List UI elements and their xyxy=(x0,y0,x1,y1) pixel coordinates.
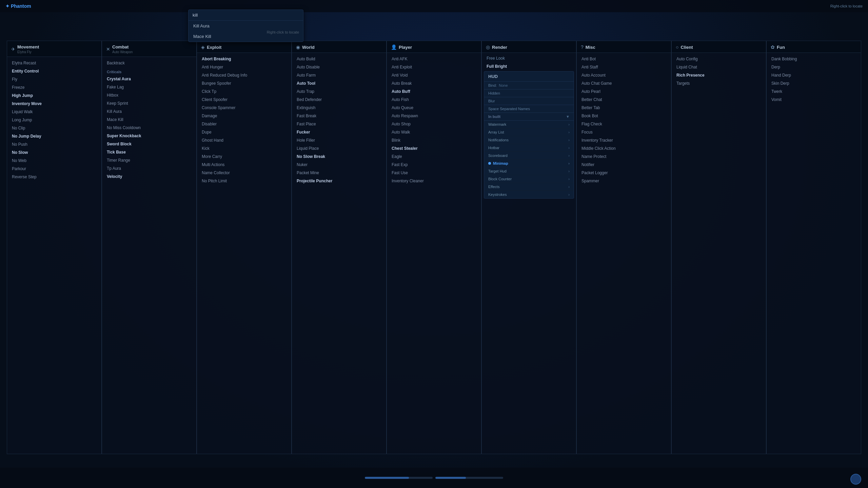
list-item[interactable]: Auto Farm xyxy=(292,71,386,79)
list-item[interactable]: Packet Logger xyxy=(577,169,671,177)
list-item[interactable]: Abort Breaking xyxy=(197,55,291,63)
list-item[interactable]: Auto Shop xyxy=(387,120,481,128)
list-item[interactable]: Twerk xyxy=(767,87,861,96)
list-item[interactable]: No Pitch Limit xyxy=(197,177,291,185)
list-item[interactable]: Rich Presence xyxy=(672,71,766,79)
list-item[interactable]: Anti Bot xyxy=(577,55,671,63)
search-result-kill-aura[interactable]: Kill Aura xyxy=(189,21,303,31)
hud-item-array-list[interactable]: Array List› xyxy=(484,128,574,136)
list-item[interactable]: Hand Derp xyxy=(767,71,861,79)
hud-space-separated[interactable]: Space Separated Names xyxy=(484,105,574,113)
list-item[interactable]: Bed Defender xyxy=(292,96,386,104)
list-item[interactable]: Anti Hunger xyxy=(197,63,291,71)
list-item[interactable]: Name Protect xyxy=(577,152,671,161)
list-item[interactable]: Elytra Recast xyxy=(7,59,101,67)
hud-in-built[interactable]: In built ▼ xyxy=(484,113,574,121)
list-item[interactable]: Bungee Spoofer xyxy=(197,79,291,87)
list-item[interactable]: Crystal Aura xyxy=(102,75,196,83)
list-item[interactable]: Fast Use xyxy=(387,169,481,177)
list-item[interactable]: Mace Kill xyxy=(102,116,196,124)
list-item[interactable]: Name Collector xyxy=(197,169,291,177)
list-item[interactable]: Auto Account xyxy=(577,71,671,79)
list-item[interactable]: Blink xyxy=(387,136,481,144)
list-item[interactable]: No Clip xyxy=(7,124,101,132)
list-item[interactable]: Nuker xyxy=(292,161,386,169)
list-item[interactable]: Skin Derp xyxy=(767,79,861,87)
list-item[interactable]: Anti Reduced Debug Info xyxy=(197,71,291,79)
list-item[interactable]: Super Knockback xyxy=(102,132,196,140)
list-item[interactable]: Notifier xyxy=(577,161,671,169)
list-item[interactable]: High Jump xyxy=(7,92,101,100)
list-item[interactable]: Sword Block xyxy=(102,140,196,148)
list-item[interactable]: No Miss Cooldown xyxy=(102,124,196,132)
hud-item-hotbar[interactable]: Hotbar› xyxy=(484,144,574,152)
list-item[interactable]: Derp xyxy=(767,63,861,71)
list-item[interactable]: Auto Chat Game xyxy=(577,79,671,87)
list-item[interactable]: Kill Aura xyxy=(102,107,196,116)
list-item[interactable]: Fast Place xyxy=(292,120,386,128)
hud-item-minimap[interactable]: Minimap › xyxy=(484,160,574,167)
list-item[interactable]: No Slow xyxy=(7,148,101,157)
list-item[interactable]: Entity Control xyxy=(7,67,101,75)
list-item[interactable]: Dupe xyxy=(197,128,291,136)
list-item[interactable]: Tick Base xyxy=(102,148,196,156)
hud-item-notifications[interactable]: Notifications› xyxy=(484,136,574,144)
hud-item-scoreboard[interactable]: Scoreboard› xyxy=(484,152,574,160)
list-item[interactable]: Liquid Chat xyxy=(672,63,766,71)
list-item[interactable]: Parkour xyxy=(7,165,101,173)
list-item[interactable]: Anti Exploit xyxy=(387,63,481,71)
hud-blur[interactable]: Blur xyxy=(484,97,574,105)
list-item[interactable]: Inventory Move xyxy=(7,100,101,108)
list-item[interactable]: Client Spoofer xyxy=(197,96,291,104)
list-item[interactable]: More Carry xyxy=(197,152,291,161)
list-item[interactable]: Book Bot xyxy=(577,112,671,120)
list-item[interactable]: Damage xyxy=(197,112,291,120)
list-item[interactable]: Chest Stealer xyxy=(387,144,481,152)
list-item[interactable]: Velocity xyxy=(102,172,196,181)
list-item[interactable]: Keep Sprint xyxy=(102,99,196,107)
list-item[interactable]: Fucker xyxy=(292,128,386,136)
render-full-bright[interactable]: Full Bright xyxy=(482,62,576,70)
list-item[interactable]: Liquid Place xyxy=(292,144,386,152)
list-item[interactable]: Fast Break xyxy=(292,112,386,120)
list-item[interactable]: Long Jump xyxy=(7,116,101,124)
list-item[interactable]: Auto Config xyxy=(672,55,766,63)
list-item[interactable]: Better Chat xyxy=(577,96,671,104)
search-input-row[interactable]: kill xyxy=(189,10,303,21)
list-item[interactable]: Auto Build xyxy=(292,55,386,63)
list-item[interactable]: Extinguish xyxy=(292,104,386,112)
list-item[interactable]: Flag Check xyxy=(577,120,671,128)
list-item[interactable]: Focus xyxy=(577,128,671,136)
list-item[interactable]: Disabler xyxy=(197,120,291,128)
list-item[interactable]: Auto Respawn xyxy=(387,112,481,120)
list-item[interactable]: Auto Pearl xyxy=(577,87,671,96)
search-input[interactable]: kill xyxy=(193,13,299,18)
hud-item-watermark[interactable]: Watermark› xyxy=(484,121,574,128)
list-item[interactable]: No Web xyxy=(7,157,101,165)
list-item[interactable]: Auto Break xyxy=(387,79,481,87)
list-item[interactable]: No Push xyxy=(7,140,101,148)
hud-item-effects[interactable]: Effects› xyxy=(484,183,574,191)
list-item[interactable]: Projectile Puncher xyxy=(292,177,386,185)
list-item[interactable]: Console Spammer xyxy=(197,104,291,112)
list-item[interactable]: Dank Bobbing xyxy=(767,55,861,63)
render-free-look[interactable]: Free Look xyxy=(482,54,576,62)
list-item[interactable]: No Slow Break xyxy=(292,152,386,161)
list-item[interactable]: Inventory Tracker xyxy=(577,136,671,144)
hud-hidden[interactable]: Hidden xyxy=(484,89,574,97)
list-item[interactable]: Anti AFK xyxy=(387,55,481,63)
list-item[interactable]: Eagle xyxy=(387,152,481,161)
list-item[interactable]: Ghost Hand xyxy=(197,136,291,144)
list-item[interactable]: Auto Disable xyxy=(292,63,386,71)
list-item[interactable]: Spammer xyxy=(577,177,671,185)
list-item[interactable]: Auto Walk xyxy=(387,128,481,136)
list-item[interactable]: Liquid Walk xyxy=(7,108,101,116)
list-item[interactable]: Kick xyxy=(197,144,291,152)
list-item[interactable]: Anti Void xyxy=(387,71,481,79)
list-item[interactable]: Reverse Step xyxy=(7,173,101,181)
list-item[interactable]: Packet Mine xyxy=(292,169,386,177)
list-item[interactable]: Vomit xyxy=(767,96,861,104)
list-item[interactable]: Hole Filler xyxy=(292,136,386,144)
list-item[interactable]: Auto Buff xyxy=(387,87,481,96)
list-item[interactable]: Multi Actions xyxy=(197,161,291,169)
